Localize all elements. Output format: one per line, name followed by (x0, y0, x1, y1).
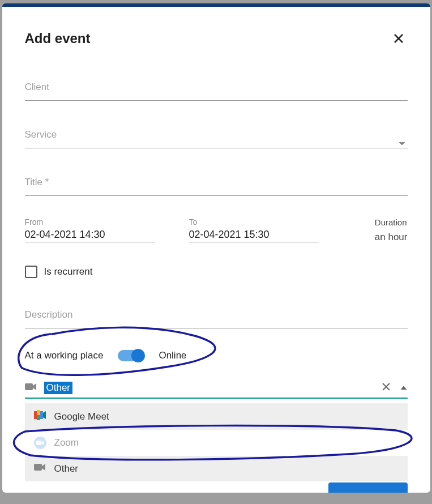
dropdown-item-label: Zoom (54, 437, 79, 449)
svg-rect-0 (25, 383, 33, 390)
location-toggle-row: At a working place Online (25, 350, 408, 361)
dropdown-item-label: Other (54, 463, 79, 475)
dropdown-item-other[interactable]: Other (25, 456, 408, 481)
dropdown-item-label: Google Meet (54, 411, 109, 422)
to-date-field[interactable]: To 02-04-2021 15:30 (189, 217, 319, 242)
recurrent-checkbox[interactable] (25, 266, 37, 278)
duration-value: an hour (375, 232, 408, 243)
title-field[interactable]: Title * (25, 177, 408, 200)
from-date-field[interactable]: From 02-04-2021 14:30 (25, 217, 155, 242)
client-field[interactable]: Client (25, 82, 408, 105)
camcorder-icon (34, 463, 46, 475)
camcorder-icon (25, 382, 37, 394)
google-meet-icon (34, 410, 46, 423)
online-toggle[interactable] (118, 350, 144, 361)
to-label: To (189, 217, 319, 227)
svg-rect-5 (36, 441, 41, 445)
description-label: Description (25, 309, 408, 321)
add-event-modal: Add event Client Service Title * From 02… (2, 3, 430, 493)
title-input[interactable] (25, 195, 408, 196)
service-field[interactable]: Service (25, 129, 408, 153)
title-label: Title * (25, 177, 408, 188)
video-selected-value: Other (44, 382, 73, 394)
chevron-up-icon[interactable] (400, 383, 408, 393)
service-label: Service (25, 129, 408, 140)
description-input[interactable] (25, 328, 408, 328)
video-select-input[interactable]: Other (25, 378, 408, 399)
service-input[interactable] (25, 148, 408, 148)
recurrent-label: Is recurrent (44, 266, 93, 277)
video-provider-select: Other Google Meet Zoom (25, 378, 408, 481)
client-label: Client (25, 82, 408, 93)
duration-label: Duration (375, 217, 408, 227)
toggle-knob (131, 349, 145, 362)
video-actions (382, 382, 408, 394)
chevron-down-icon (399, 138, 405, 148)
working-place-label: At a working place (25, 350, 104, 361)
video-dropdown-list: Google Meet Zoom Other (25, 403, 408, 481)
recurrent-row: Is recurrent (25, 266, 408, 278)
date-row: From 02-04-2021 14:30 To 02-04-2021 15:3… (25, 217, 408, 243)
duration-display: Duration an hour (375, 217, 408, 243)
clear-icon[interactable] (382, 382, 391, 394)
svg-rect-6 (34, 464, 42, 471)
to-value[interactable]: 02-04-2021 15:30 (189, 229, 319, 242)
svg-rect-3 (37, 415, 40, 420)
client-input[interactable] (25, 100, 408, 101)
online-label: Online (159, 350, 186, 361)
zoom-icon (34, 437, 46, 449)
from-label: From (25, 217, 155, 227)
dropdown-item-zoom[interactable]: Zoom (25, 430, 408, 456)
modal-title: Add event (25, 31, 91, 46)
dropdown-item-google-meet[interactable]: Google Meet (25, 403, 408, 430)
svg-rect-1 (34, 411, 37, 419)
from-value[interactable]: 02-04-2021 14:30 (25, 229, 155, 242)
svg-rect-4 (40, 411, 43, 419)
description-field[interactable]: Description (25, 309, 408, 333)
submit-button-partial[interactable] (328, 482, 408, 493)
modal-header: Add event (25, 29, 408, 48)
svg-rect-2 (37, 410, 40, 415)
close-button[interactable] (390, 29, 408, 48)
close-icon (392, 32, 405, 45)
